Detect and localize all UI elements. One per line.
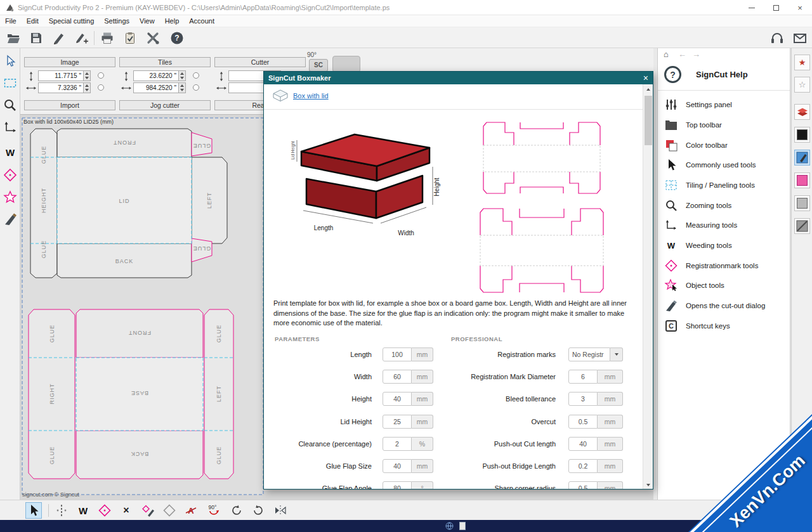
black-swatch-button[interactable] bbox=[794, 127, 810, 143]
import-button[interactable]: Import bbox=[24, 100, 115, 110]
star-tool-button[interactable] bbox=[3, 190, 18, 205]
pen-add-button[interactable] bbox=[74, 30, 90, 46]
image-panel-header[interactable]: Image bbox=[24, 57, 115, 67]
dark-swatch-button[interactable] bbox=[794, 218, 810, 234]
paste-button[interactable] bbox=[122, 30, 138, 46]
help-item-zooming-tools[interactable]: Zooming tools bbox=[658, 196, 790, 215]
regmark-pen-button[interactable] bbox=[140, 502, 156, 519]
tiles-height-spinner[interactable] bbox=[179, 82, 186, 93]
menu-special-cutting[interactable]: Special cutting bbox=[44, 17, 100, 25]
dialog-scrollbar[interactable] bbox=[643, 84, 653, 490]
gray-diamond-button[interactable] bbox=[161, 502, 178, 519]
back-icon[interactable]: ← bbox=[678, 49, 686, 59]
tiles-width-field[interactable]: 23.6220 " bbox=[133, 70, 179, 81]
guide-line-button[interactable] bbox=[53, 502, 70, 519]
menu-account[interactable]: Account bbox=[184, 17, 219, 25]
box-with-lid-link[interactable]: Box with lid bbox=[293, 92, 329, 100]
image-width-radio[interactable] bbox=[98, 72, 104, 79]
help-item-tiling-tools[interactable]: Tiling / Paneling tools bbox=[658, 176, 790, 195]
text-strike-button[interactable]: A bbox=[183, 502, 199, 519]
registration-marks-select[interactable]: No Registr bbox=[568, 347, 610, 361]
mirror-button[interactable] bbox=[272, 502, 288, 519]
messages-button[interactable] bbox=[792, 30, 808, 46]
close-button[interactable]: × bbox=[788, 0, 812, 15]
scroll-down-button[interactable] bbox=[643, 480, 653, 490]
open-button[interactable] bbox=[5, 30, 22, 46]
forward-icon[interactable]: → bbox=[692, 49, 700, 59]
maximize-button[interactable] bbox=[764, 0, 788, 15]
tiles-width-spinner[interactable] bbox=[179, 70, 186, 81]
select-tool-button-active[interactable] bbox=[25, 502, 42, 519]
select-tool-button[interactable] bbox=[3, 54, 18, 69]
help-item-shortcut-keys[interactable]: C Shortcut keys bbox=[658, 316, 790, 335]
image-height-spinner[interactable] bbox=[84, 82, 91, 93]
bleed-tollerance-input[interactable]: 3 bbox=[568, 392, 598, 406]
image-width-spinner[interactable] bbox=[84, 70, 91, 81]
tiles-width-radio[interactable] bbox=[193, 72, 199, 79]
menu-help[interactable]: Help bbox=[160, 17, 185, 25]
help-item-registrationmark-tools[interactable]: Registrationmark tools bbox=[658, 256, 790, 275]
globe-icon[interactable] bbox=[445, 522, 454, 530]
measure-tool-button[interactable] bbox=[3, 120, 18, 135]
tiles-height-field[interactable]: 984.2520 " bbox=[133, 82, 179, 93]
tiles-height-radio[interactable] bbox=[193, 84, 199, 91]
reg-mark-diameter-input[interactable]: 6 bbox=[568, 370, 598, 384]
menu-file[interactable]: File bbox=[0, 17, 22, 25]
cutter-panel-header[interactable]: Cutter bbox=[214, 57, 306, 67]
knife-tool-button[interactable] bbox=[3, 212, 18, 227]
zoom-tool-button[interactable] bbox=[3, 98, 18, 113]
document-icon[interactable] bbox=[459, 522, 466, 530]
support-button[interactable] bbox=[769, 30, 785, 46]
gray-swatch-button[interactable] bbox=[794, 195, 810, 211]
marquee-tool-button[interactable] bbox=[3, 75, 18, 91]
layers-button[interactable] bbox=[794, 104, 810, 120]
image-width-field[interactable]: 11.7715 " bbox=[38, 70, 84, 81]
help-item-object-tools[interactable]: Object tools bbox=[658, 276, 790, 295]
magenta-swatch-button[interactable] bbox=[794, 172, 810, 188]
image-height-radio[interactable] bbox=[98, 84, 104, 91]
scroll-up-button[interactable] bbox=[643, 84, 653, 94]
weeding-tool-button[interactable]: W bbox=[3, 145, 18, 160]
rotate-90-button[interactable]: 90° bbox=[206, 502, 222, 519]
dialog-close-button[interactable]: × bbox=[643, 72, 648, 84]
image-height-field[interactable]: 7.3236 " bbox=[38, 82, 84, 93]
print-button[interactable] bbox=[99, 30, 115, 46]
dialog-titlebar[interactable]: SignCut Boxmaker × bbox=[264, 72, 653, 84]
rotate-ccw-button[interactable] bbox=[228, 502, 245, 519]
star-swatch-button[interactable]: ☆ bbox=[794, 77, 810, 93]
printer-icon bbox=[100, 31, 114, 45]
blue-swatch-button-selected[interactable] bbox=[794, 150, 810, 165]
overcut-input[interactable]: 0.5 bbox=[568, 415, 598, 429]
rotate-cw-button[interactable] bbox=[250, 502, 266, 519]
menu-settings[interactable]: Settings bbox=[99, 17, 134, 25]
sharp-corner-radius-input[interactable]: 0.5 bbox=[568, 481, 598, 490]
help-button[interactable]: ? bbox=[169, 30, 185, 46]
scrollbar-thumb[interactable] bbox=[645, 96, 652, 145]
favorite-swatch-button[interactable]: ★ bbox=[794, 55, 810, 70]
registration-marks-dropdown-button[interactable] bbox=[610, 347, 623, 361]
help-item-weeding-tools[interactable]: W Weeding tools bbox=[658, 236, 790, 255]
weeding-button[interactable]: W bbox=[75, 502, 91, 519]
menu-edit[interactable]: Edit bbox=[22, 17, 44, 25]
save-button[interactable] bbox=[28, 30, 44, 46]
rotate-ccw-icon bbox=[230, 503, 244, 517]
pen-tool-button[interactable] bbox=[51, 30, 67, 46]
menu-view[interactable]: View bbox=[134, 17, 160, 25]
home-icon[interactable]: ⌂ bbox=[664, 49, 669, 59]
delete-button[interactable]: × bbox=[118, 502, 134, 519]
tiles-panel-header[interactable]: Tiles bbox=[119, 57, 211, 67]
tools-button[interactable] bbox=[145, 30, 161, 46]
minimize-button[interactable] bbox=[740, 0, 764, 15]
sc-badge[interactable]: SC bbox=[309, 59, 328, 72]
pushout-cut-length-input[interactable]: 40 bbox=[568, 437, 598, 451]
regmark-tool-button[interactable] bbox=[3, 167, 18, 183]
help-item-commonly-used-tools[interactable]: Commonly used tools bbox=[658, 155, 790, 174]
help-item-top-toolbar[interactable]: Top toolbar bbox=[658, 115, 790, 134]
help-item-color-toolbar[interactable]: Color toolbar bbox=[658, 136, 790, 155]
pushout-bridge-length-input[interactable]: 0.2 bbox=[568, 459, 598, 473]
regmark-button[interactable] bbox=[96, 502, 113, 519]
help-item-cutout-dialog[interactable]: Opens the cut-out dialog bbox=[658, 296, 790, 315]
help-item-measuring-tools[interactable]: Measuring tools bbox=[658, 216, 790, 235]
jog-cutter-button[interactable]: Jog cutter bbox=[119, 100, 211, 110]
help-item-settings-panel[interactable]: Settings panel bbox=[658, 95, 790, 114]
